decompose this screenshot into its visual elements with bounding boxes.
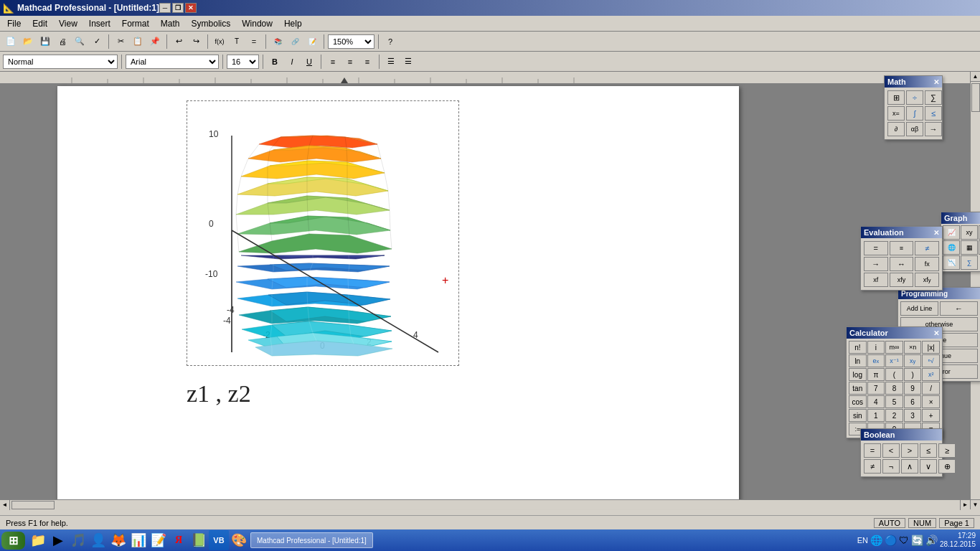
active-window-btn[interactable]: Mathcad Professional - [Untitled:1] xyxy=(250,532,373,548)
lang-indicator[interactable]: EN xyxy=(857,536,868,545)
bool-xor-btn[interactable]: ⊕ xyxy=(938,459,956,474)
open-button[interactable]: 📂 xyxy=(20,34,36,50)
neq-btn[interactable]: ≠ xyxy=(915,241,939,255)
scroll-down-btn[interactable]: ▼ xyxy=(971,499,981,509)
calc-5-btn[interactable]: 5 xyxy=(885,395,903,408)
taskbar-icon-word[interactable]: 📝 xyxy=(149,530,169,550)
equals-button[interactable]: = xyxy=(246,34,262,50)
calc-log-btn[interactable]: log xyxy=(849,368,867,381)
bool-and-btn[interactable]: ∧ xyxy=(901,459,918,474)
bool-or-btn[interactable]: ∨ xyxy=(920,459,937,474)
calc-nrt-btn[interactable]: ⁿ√ xyxy=(922,354,940,367)
new-button[interactable]: 📄 xyxy=(3,34,19,50)
calc-ex-btn[interactable]: ex xyxy=(867,354,885,367)
start-button[interactable]: ⊞ xyxy=(1,532,25,550)
taskbar-icon-spreadsheet[interactable]: 📗 xyxy=(189,530,209,550)
calc-4-btn[interactable]: 4 xyxy=(867,395,885,408)
calc-1-btn[interactable]: 1 xyxy=(867,409,885,422)
calc-2-btn[interactable]: 2 xyxy=(885,409,903,422)
align-left-button[interactable]: ≡ xyxy=(325,54,341,70)
surface-btn[interactable]: ▦ xyxy=(961,240,978,255)
bool-gte-btn[interactable]: ≥ xyxy=(938,443,956,458)
larrow-btn[interactable]: ← xyxy=(940,301,978,316)
italic-button[interactable]: I xyxy=(284,54,300,70)
horizontal-scrollbar[interactable]: ◄ ► xyxy=(0,499,970,509)
calc-xy-btn[interactable]: xy xyxy=(904,354,922,367)
add-line-btn[interactable]: Add Line xyxy=(900,301,938,316)
dblarrow-btn[interactable]: ↔ xyxy=(890,257,914,271)
taskbar-icon-mathcad[interactable]: 🎨 xyxy=(229,530,249,550)
calc-i-btn[interactable]: i xyxy=(867,341,885,354)
symbolic-btn[interactable]: → xyxy=(925,122,942,136)
calc-x2-btn[interactable]: x² xyxy=(922,368,940,381)
calc-pi-btn[interactable]: π xyxy=(867,368,885,381)
undo-button[interactable]: ↩ xyxy=(171,34,187,50)
annotate-btn[interactable]: 📝 xyxy=(304,34,320,50)
scroll-thumb[interactable] xyxy=(971,83,980,112)
paste-button[interactable]: 📌 xyxy=(147,34,163,50)
size-select[interactable]: 10 12 16 18 24 xyxy=(227,55,259,69)
menu-view[interactable]: View xyxy=(53,17,83,30)
calc-m-inf-btn[interactable]: m∞ xyxy=(885,341,903,354)
taskbar-icon-yandex[interactable]: Я xyxy=(169,530,189,550)
scatter-btn[interactable]: 📉 xyxy=(943,255,960,270)
calc-plus-btn[interactable]: + xyxy=(922,409,940,422)
style-select[interactable]: Normal Heading 1 Heading 2 xyxy=(3,55,118,69)
num-list-button[interactable]: ☰ xyxy=(400,54,416,70)
calc-9-btn[interactable]: 9 xyxy=(904,382,922,395)
calc-n!-btn[interactable]: n! xyxy=(849,341,867,354)
resource-btn[interactable]: 📚 xyxy=(270,34,286,50)
font-select[interactable]: Arial Times New Roman Courier New xyxy=(126,55,219,69)
taskbar-icon-music[interactable]: 🎵 xyxy=(68,530,88,550)
restore-button[interactable]: ❐ xyxy=(172,3,184,13)
menu-math[interactable]: Math xyxy=(155,17,186,30)
minimize-button[interactable]: ─ xyxy=(159,3,171,13)
menu-symbolics[interactable]: Symbolics xyxy=(186,17,237,30)
greek-btn[interactable]: αβ xyxy=(906,122,923,136)
taskbar-icon-media[interactable]: ▶ xyxy=(48,530,68,550)
taskbar-icon-explorer[interactable]: 📁 xyxy=(28,530,48,550)
bool-lte-btn[interactable]: ≤ xyxy=(920,443,937,458)
eval-btn[interactable]: x= xyxy=(887,106,905,121)
taskbar-icon-firefox[interactable]: 🦊 xyxy=(108,530,128,550)
save-button[interactable]: 💾 xyxy=(37,34,53,50)
close-button[interactable]: ✕ xyxy=(185,3,197,13)
menu-insert[interactable]: Insert xyxy=(83,17,116,30)
anim-btn[interactable]: ∑ xyxy=(961,255,978,270)
bool-lt-btn[interactable]: < xyxy=(882,443,900,458)
insert-math-button[interactable]: f(x) xyxy=(212,34,227,50)
redo-button[interactable]: ↪ xyxy=(188,34,204,50)
align-center-button[interactable]: ≡ xyxy=(342,54,358,70)
print-button[interactable]: 🖨 xyxy=(55,34,70,50)
bool-btn[interactable]: ≤ xyxy=(925,106,942,121)
calc-mul-btn[interactable]: × xyxy=(922,395,940,408)
taskbar-icon-vb[interactable]: VB xyxy=(209,530,229,550)
calc-abs-btn[interactable]: |x| xyxy=(922,341,940,354)
2d-plot-btn[interactable]: 📈 xyxy=(943,225,960,240)
eq-btn[interactable]: = xyxy=(864,241,888,255)
globe-btn[interactable]: 🌐 xyxy=(943,240,960,255)
arrow-btn[interactable]: → xyxy=(864,257,888,271)
bullet-list-button[interactable]: ☰ xyxy=(383,54,399,70)
system-clock[interactable]: 17:29 28.12.2015 xyxy=(940,532,976,549)
calc-btn[interactable]: ∫ xyxy=(906,106,923,121)
equiv-btn[interactable]: ≡ xyxy=(890,241,914,255)
menu-help[interactable]: Help xyxy=(278,17,308,30)
3d-graph-container[interactable]: 10 0 -10 -4 -2 0 2 4 -4 xyxy=(187,100,459,366)
bool-neq-btn[interactable]: ≠ xyxy=(864,459,881,474)
spell-check-button[interactable]: ✓ xyxy=(89,34,105,50)
calc-div-btn[interactable]: / xyxy=(922,382,940,395)
arithmetic-btn[interactable]: ÷ xyxy=(906,90,923,105)
calc-ln-btn[interactable]: ln xyxy=(849,354,867,367)
xy-btn[interactable]: xy xyxy=(961,225,978,240)
calculator-btn[interactable]: ⊞ xyxy=(887,90,905,105)
hscroll-thumb[interactable] xyxy=(11,501,55,509)
menu-format[interactable]: Format xyxy=(116,17,155,30)
calc-xn-btn[interactable]: ×n xyxy=(904,341,922,354)
zoom-select[interactable]: 75% 100% 125% 150% 200% xyxy=(328,34,374,49)
scroll-right-btn[interactable]: ► xyxy=(960,500,970,510)
menu-file[interactable]: File xyxy=(1,17,27,30)
help-button[interactable]: ? xyxy=(382,34,398,50)
cut-button[interactable]: ✂ xyxy=(113,34,128,50)
calc-8-btn[interactable]: 8 xyxy=(885,382,903,395)
